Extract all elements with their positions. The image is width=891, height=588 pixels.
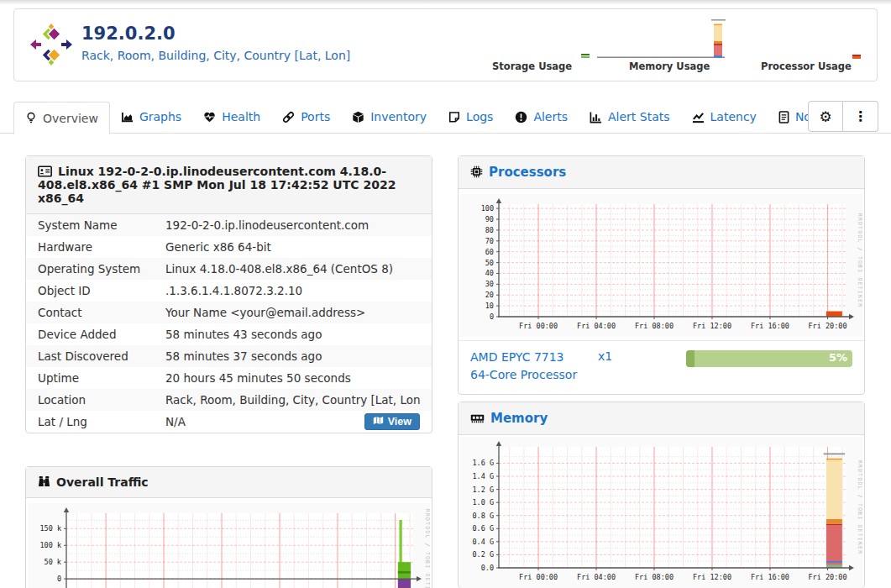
svg-text:Fri 12:00: Fri 12:00 [693,573,731,581]
svg-text:Fri 08:00: Fri 08:00 [635,573,673,581]
svg-text:0.6 G: 0.6 G [472,524,494,533]
top-shadow [0,0,891,4]
device-tabbar: Overview Graphs Health Ports Inventory [0,101,891,134]
svg-text:0.0: 0.0 [481,564,494,572]
table-row: Object ID.1.3.6.1.4.1.8072.3.2.10 [26,280,432,302]
device-location-link[interactable]: Rack, Room, Building, City, Country [Lat… [81,49,350,62]
microchip-icon [470,165,483,178]
chart-area-icon [121,111,134,123]
link-icon [282,111,295,123]
memory-icon [470,412,485,424]
svg-text:50 k: 50 k [45,558,61,566]
tab-logs[interactable]: Logs [438,101,504,133]
tab-label: Logs [466,110,493,123]
tab-label: Latency [710,110,757,123]
memory-header: Memory [459,402,864,435]
lightbulb-icon [25,112,37,124]
tab-health[interactable]: Health [192,101,271,133]
svg-text:0.8 G: 0.8 G [472,512,494,520]
cube-icon [352,111,364,123]
device-more-menu-button[interactable]: ⋮ [843,101,878,132]
tab-ports[interactable]: Ports [271,101,341,133]
svg-text:1.4 G: 1.4 G [472,472,494,480]
cpu-usage-bar: 5% [686,350,852,367]
processor-usage-label: Processor Usage [761,60,852,72]
svg-text:RRDTOOL / TOBI OETIKER: RRDTOOL / TOBI OETIKER [424,509,430,588]
sticky-note-icon [448,111,460,123]
table-row: Uptime20 hours 45 minutes 50 seconds [26,367,432,389]
svg-text:0.4 G: 0.4 G [472,538,494,546]
processors-panel: Processors 0102030405060708090100Fri 00:… [458,155,865,395]
tab-latency[interactable]: Latency [681,101,768,133]
table-row: System Name192-0-2-0.ip.linodeuserconten… [26,214,432,236]
memory-title-link[interactable]: Memory [490,411,548,426]
svg-text:RRDTOOL / TOBI OETIKER: RRDTOOL / TOBI OETIKER [857,213,862,308]
cpu-count: x1 [598,349,612,363]
centos-logo-icon [29,23,73,66]
device-settings-button[interactable]: ⚙ [808,101,843,132]
device-actions-group: ⚙ ⋮ [808,101,878,132]
svg-text:Fri 20:00: Fri 20:00 [808,322,846,330]
svg-text:1.0 G: 1.0 G [472,498,494,507]
table-row: Operating SystemLinux 4.18.0-408.el8.x86… [26,258,432,280]
tab-alert-stats[interactable]: Alert Stats [579,101,681,133]
system-info-panel: Linux 192-0-2-0.ip.linodeusercontent.com… [25,155,432,433]
processor-usage-sparkline[interactable] [852,52,863,60]
tab-label: Alerts [533,110,568,123]
svg-text:0: 0 [57,575,61,583]
memory-usage-sparkline[interactable] [595,18,726,61]
svg-text:80: 80 [485,226,494,234]
line-chart-icon [692,111,705,123]
tab-alerts[interactable]: Alerts [504,101,579,133]
tab-inventory[interactable]: Inventory [341,101,438,133]
tab-label: Graphs [139,110,181,123]
svg-text:Fri 04:00: Fri 04:00 [577,322,616,330]
overall-traffic-graph[interactable]: 050 k100 k150 kRRDTOOL / TOBI OETIKER [28,503,430,588]
cpu-usage-percent: 5% [829,351,847,364]
svg-text:Fri 08:00: Fri 08:00 [635,322,673,330]
tab-overview[interactable]: Overview [13,102,110,134]
map-icon [373,416,384,428]
device-title: 192.0.2.0 [81,24,176,44]
tab-graphs[interactable]: Graphs [110,101,192,133]
svg-text:50: 50 [485,259,494,267]
table-row: Lat / Lng N/A View [26,411,432,433]
table-row: LocationRack, Room, Building, City, Coun… [26,389,432,411]
svg-text:Fri 00:00: Fri 00:00 [519,573,558,581]
svg-text:1.6 G: 1.6 G [472,459,494,467]
svg-text:30: 30 [485,280,494,288]
storage-usage-sparkline[interactable] [580,50,592,60]
gear-icon: ⚙ [819,108,831,125]
storage-usage-label: Storage Usage [492,60,572,72]
svg-text:90: 90 [485,215,494,223]
view-location-button[interactable]: View [364,413,420,430]
memory-panel: Memory 0.00.2 G0.4 G0.6 G0.8 G1.0 G1.2 G… [458,402,865,588]
system-info-header: Linux 192-0-2-0.ip.linodeusercontent.com… [26,156,432,214]
binoculars-icon [38,475,50,488]
device-header-card: 192.0.2.0 Rack, Room, Building, City, Co… [13,8,878,81]
tab-label: Overview [43,112,98,125]
cpu-name-link[interactable]: AMD EPYC 7713 64-Core Processor [470,349,598,384]
tab-label: Inventory [370,110,427,123]
overall-traffic-panel: Overall Traffic 050 k100 k150 kRRDTOOL /… [25,466,432,588]
file-text-icon [778,111,789,123]
processors-title-link[interactable]: Processors [489,165,566,180]
exclamation-circle-icon [515,111,527,123]
memory-graph[interactable]: 0.00.2 G0.4 G0.6 G0.8 G1.0 G1.2 G1.4 G1.… [460,437,862,588]
svg-text:RRDTOOL / TOBI OETIKER: RRDTOOL / TOBI OETIKER [857,460,862,555]
kebab-menu-icon: ⋮ [854,108,867,124]
tab-label: Alert Stats [608,110,670,123]
svg-text:Fri 20:00: Fri 20:00 [808,573,846,581]
tab-label: Health [222,110,260,123]
processors-graph[interactable]: 0102030405060708090100Fri 00:00Fri 04:00… [460,194,862,337]
svg-text:70: 70 [485,237,494,245]
processor-row: AMD EPYC 7713 64-Core Processor x1 5% [459,340,864,394]
overall-traffic-header: Overall Traffic [26,467,432,498]
table-row: ContactYour Name <your@email.address> [26,302,432,323]
system-description: Linux 192-0-2-0.ip.linodeusercontent.com… [38,165,396,205]
table-row: HardwareGeneric x86 64-bit [26,236,432,258]
svg-text:Fri 16:00: Fri 16:00 [751,573,789,581]
svg-text:40: 40 [485,269,494,277]
svg-text:Fri 04:00: Fri 04:00 [577,573,616,581]
svg-text:Fri 16:00: Fri 16:00 [751,322,789,330]
